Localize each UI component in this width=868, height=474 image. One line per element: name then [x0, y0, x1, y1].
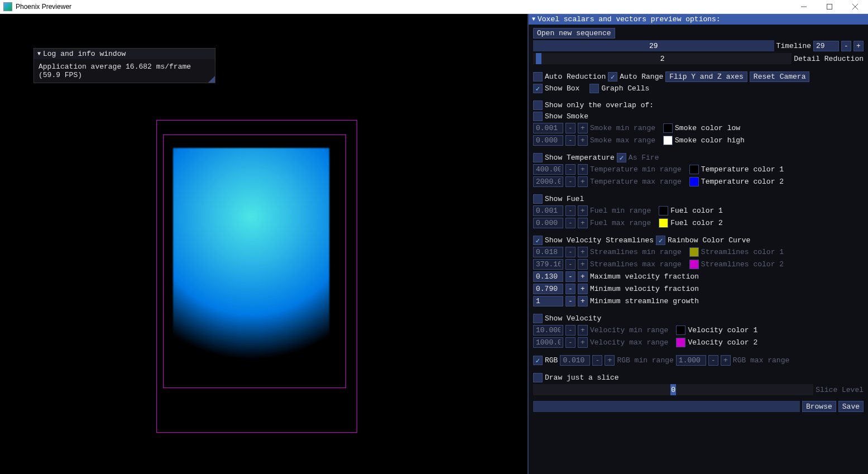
as-fire-checkbox[interactable]	[617, 153, 626, 162]
fuel-max-plus[interactable]: +	[578, 218, 588, 228]
smoke-max-plus[interactable]: +	[578, 135, 588, 146]
show-fuel-checkbox[interactable]	[533, 194, 543, 204]
reset-camera-button[interactable]: Reset Camera	[750, 71, 810, 82]
temp-min-plus[interactable]: +	[578, 164, 588, 175]
temp-max-input[interactable]	[533, 176, 563, 187]
fuel-min-minus[interactable]: -	[565, 205, 576, 216]
panel-title: Voxel scalars and vectors preview option…	[538, 15, 721, 23]
temp-max-minus[interactable]: -	[565, 176, 576, 187]
show-box-checkbox[interactable]	[533, 84, 543, 93]
fuel-min-input[interactable]	[533, 205, 563, 216]
vel-color1-swatch[interactable]	[676, 325, 685, 335]
max-vel-frac-input[interactable]	[533, 271, 563, 282]
auto-reduction-checkbox[interactable]	[533, 72, 543, 82]
vel-max-input[interactable]	[533, 337, 563, 348]
min-vel-frac-input[interactable]	[533, 284, 563, 294]
temp-max-plus[interactable]: +	[578, 176, 588, 187]
slice-level-slider[interactable]: 0	[533, 384, 813, 395]
fuel-color1-swatch[interactable]	[659, 206, 668, 216]
log-text: Application average 16.682 ms/frame (59.…	[34, 59, 215, 83]
collapse-icon[interactable]: ▼	[37, 51, 41, 57]
rgb-min-plus[interactable]: +	[605, 355, 615, 366]
rainbow-curve-checkbox[interactable]	[656, 236, 665, 245]
stream-min-minus[interactable]: -	[565, 247, 576, 257]
show-streamlines-checkbox[interactable]	[533, 236, 543, 245]
rgb-min-input[interactable]	[560, 355, 590, 366]
auto-range-checkbox[interactable]	[608, 72, 617, 82]
fuel-min-plus[interactable]: +	[578, 205, 588, 216]
min-growth-minus[interactable]: -	[565, 296, 576, 307]
show-overlap-checkbox[interactable]	[533, 100, 543, 110]
temp-min-minus[interactable]: -	[565, 164, 576, 175]
fuel-max-minus[interactable]: -	[565, 218, 576, 228]
log-window-header[interactable]: ▼ Log and info window	[34, 49, 215, 59]
temp-color2-swatch[interactable]	[689, 177, 699, 186]
vel-color2-swatch[interactable]	[676, 338, 685, 347]
show-velocity-checkbox[interactable]	[533, 314, 543, 323]
vel-min-input[interactable]	[533, 325, 563, 336]
rgb-max-plus[interactable]: +	[721, 355, 731, 366]
timeline-slider[interactable]: 29	[533, 40, 774, 51]
detail-reduction-label: Detail Reduction	[794, 55, 864, 63]
temp-color1-swatch[interactable]	[689, 165, 699, 174]
smoke-min-minus[interactable]: -	[565, 123, 576, 133]
rgb-max-minus[interactable]: -	[708, 355, 718, 366]
smoke-max-input[interactable]	[533, 135, 563, 146]
rgb-checkbox[interactable]	[533, 356, 543, 365]
path-input[interactable]	[533, 401, 800, 412]
viewport-3d[interactable]: ▼ Log and info window Application averag…	[0, 14, 527, 474]
smoke-color-low-swatch[interactable]	[663, 123, 673, 133]
detail-reduction-slider[interactable]: 2	[533, 53, 792, 64]
stream-color1-swatch[interactable]	[689, 247, 699, 257]
min-vel-frac-plus[interactable]: +	[578, 284, 588, 294]
min-growth-plus[interactable]: +	[578, 296, 588, 307]
open-sequence-button[interactable]: Open new sequence	[533, 28, 615, 39]
titlebar: Phoenix Previewer	[0, 0, 868, 14]
maximize-button[interactable]	[817, 0, 842, 14]
smoke-color-high-swatch[interactable]	[663, 136, 673, 145]
vel-min-plus[interactable]: +	[578, 325, 588, 336]
close-button[interactable]	[842, 0, 868, 14]
max-vel-frac-minus[interactable]: -	[565, 271, 576, 282]
minimize-button[interactable]	[791, 0, 817, 14]
smoke-min-plus[interactable]: +	[578, 123, 588, 133]
fuel-max-input[interactable]	[533, 218, 563, 228]
timeline-minus[interactable]: -	[841, 41, 851, 51]
save-button[interactable]: Save	[838, 401, 864, 412]
max-vel-frac-plus[interactable]: +	[578, 271, 588, 282]
draw-slice-checkbox[interactable]	[533, 373, 543, 382]
stream-max-minus[interactable]: -	[565, 259, 576, 270]
vel-max-plus[interactable]: +	[578, 337, 588, 348]
smoke-max-minus[interactable]: -	[565, 135, 576, 146]
collapse-icon[interactable]: ▼	[532, 16, 535, 22]
render-preview	[156, 120, 357, 433]
log-window[interactable]: ▼ Log and info window Application averag…	[33, 48, 215, 83]
show-temperature-checkbox[interactable]	[533, 153, 543, 162]
stream-max-input[interactable]	[533, 259, 563, 270]
fuel-color2-swatch[interactable]	[659, 218, 668, 228]
stream-min-input[interactable]	[533, 247, 563, 257]
window-title: Phoenix Previewer	[16, 3, 71, 11]
stream-min-plus[interactable]: +	[578, 247, 588, 257]
resize-grip[interactable]	[208, 76, 215, 83]
smoke-min-input[interactable]	[533, 123, 563, 133]
show-smoke-checkbox[interactable]	[533, 112, 543, 121]
vel-max-minus[interactable]: -	[565, 337, 576, 348]
rgb-max-input[interactable]	[676, 355, 706, 366]
app-icon	[3, 2, 12, 11]
graph-cells-checkbox[interactable]	[589, 84, 599, 93]
rgb-min-minus[interactable]: -	[592, 355, 602, 366]
min-growth-input[interactable]	[533, 296, 563, 307]
stream-max-plus[interactable]: +	[578, 259, 588, 270]
flip-yz-button[interactable]: Flip Y and Z axes	[665, 71, 747, 82]
svg-rect-1	[827, 4, 832, 9]
timeline-plus[interactable]: +	[853, 41, 864, 51]
panel-header[interactable]: ▼ Voxel scalars and vectors preview opti…	[529, 14, 868, 25]
timeline-label: Timeline	[776, 42, 811, 50]
browse-button[interactable]: Browse	[802, 401, 836, 412]
stream-color2-swatch[interactable]	[689, 260, 699, 269]
temp-min-input[interactable]	[533, 164, 563, 175]
vel-min-minus[interactable]: -	[565, 325, 576, 336]
min-vel-frac-minus[interactable]: -	[565, 284, 576, 294]
timeline-input[interactable]	[813, 41, 839, 51]
